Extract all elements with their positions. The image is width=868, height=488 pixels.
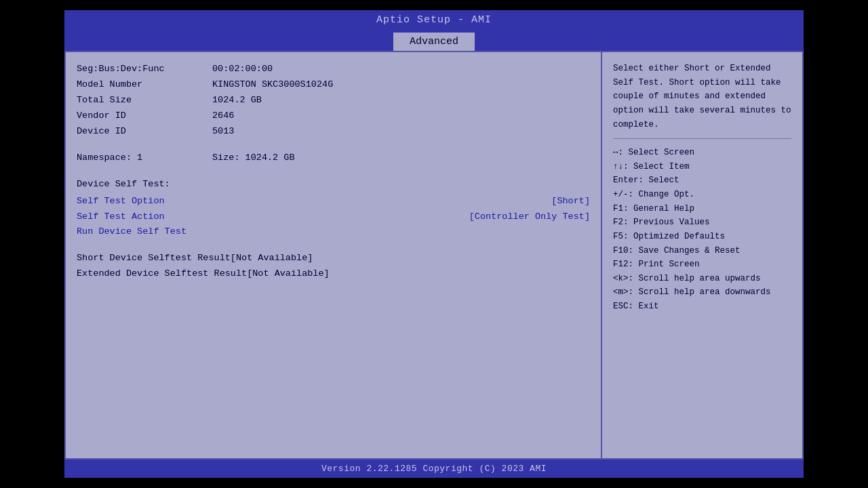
keyboard-shortcuts: ↔: Select Screen ↑↓: Select Item Enter: … (613, 146, 791, 314)
label-namespace: Namespace: 1 (77, 150, 212, 166)
gap1 (77, 140, 590, 150)
shortcut-esc: ESC: Exit (613, 300, 791, 314)
right-panel: Select either Short or Extended Self Tes… (602, 52, 802, 458)
shortcut-f10: F10: Save Changes & Reset (613, 244, 791, 258)
shortcut-change-opt: +/-: Change Opt. (613, 188, 791, 202)
value-extended-result: [Not Available] (247, 266, 590, 282)
gap2 (77, 166, 590, 177)
value-self-test-action: [Controller Only Test] (469, 209, 590, 225)
info-row-vendor: Vendor ID 2646 (77, 108, 590, 124)
label-run-self-test: Run Device Self Test (77, 224, 186, 240)
value-model: KINGSTON SKC3000S1024G (212, 77, 590, 93)
row-extended-result: Extended Device Selftest Result [Not Ava… (77, 266, 590, 282)
shortcut-f2: F2: Previous Values (613, 216, 791, 230)
shortcut-enter: Enter: Select (613, 174, 791, 188)
label-seg: Seg:Bus:Dev:Func (77, 62, 212, 77)
divider (613, 138, 791, 139)
footer-text: Version 2.22.1285 Copyright (C) 2023 AMI (321, 464, 547, 474)
info-row-size: Total Size 1024.2 GB (77, 93, 590, 108)
row-run-self-test[interactable]: Run Device Self Test (77, 224, 590, 240)
row-self-test-option[interactable]: Self Test Option [Short] (77, 194, 590, 209)
label-self-test-option: Self Test Option (77, 194, 165, 209)
shortcut-m: <m>: Scroll help area downwards (613, 285, 791, 300)
shortcut-f1: F1: General Help (613, 202, 791, 216)
label-device: Device ID (77, 124, 212, 140)
shortcut-k: <k>: Scroll help area upwards (613, 272, 791, 286)
value-device: 5013 (212, 124, 590, 140)
value-self-test-option: [Short] (551, 194, 590, 209)
shortcut-select-screen: ↔: Select Screen (613, 146, 791, 160)
bios-container: Aptio Setup - AMI Advanced Seg:Bus:Dev:F… (64, 10, 804, 478)
info-row-seg: Seg:Bus:Dev:Func 00:02:00:00 (77, 62, 590, 77)
shortcut-f5: F5: Optimized Defaults (613, 230, 791, 244)
value-seg: 00:02:00:00 (212, 62, 590, 77)
value-vendor: 2646 (212, 108, 590, 124)
main-content: Seg:Bus:Dev:Func 00:02:00:00 Model Numbe… (64, 51, 804, 460)
help-text: Select either Short or Extended Self Tes… (613, 62, 791, 131)
tab-bar: Advanced (64, 30, 804, 51)
device-self-test-header: Device Self Test: (77, 177, 590, 192)
app-title: Aptio Setup - AMI (376, 14, 492, 26)
label-vendor: Vendor ID (77, 108, 212, 124)
label-extended-result: Extended Device Selftest Result (77, 266, 247, 282)
value-short-result: [Not Available] (231, 251, 590, 266)
result-section: Short Device Selftest Result [Not Availa… (77, 251, 590, 282)
info-row-namespace: Namespace: 1 Size: 1024.2 GB (77, 150, 590, 166)
info-row-device: Device ID 5013 (77, 124, 590, 140)
row-short-result: Short Device Selftest Result [Not Availa… (77, 251, 590, 266)
value-size: 1024.2 GB (212, 93, 590, 108)
value-namespace-size: Size: 1024.2 GB (212, 150, 590, 166)
row-self-test-action[interactable]: Self Test Action [Controller Only Test] (77, 209, 590, 225)
info-row-model: Model Number KINGSTON SKC3000S1024G (77, 77, 590, 93)
left-panel: Seg:Bus:Dev:Func 00:02:00:00 Model Numbe… (66, 52, 602, 458)
shortcut-select-item: ↑↓: Select Item (613, 160, 791, 174)
label-size: Total Size (77, 93, 212, 108)
label-model: Model Number (77, 77, 212, 93)
title-bar: Aptio Setup - AMI (64, 10, 804, 30)
label-self-test-action: Self Test Action (77, 209, 165, 225)
shortcut-f12: F12: Print Screen (613, 258, 791, 272)
tab-advanced[interactable]: Advanced (393, 33, 475, 51)
footer-bar: Version 2.22.1285 Copyright (C) 2023 AMI (64, 460, 804, 478)
label-short-result: Short Device Selftest Result (77, 251, 231, 266)
